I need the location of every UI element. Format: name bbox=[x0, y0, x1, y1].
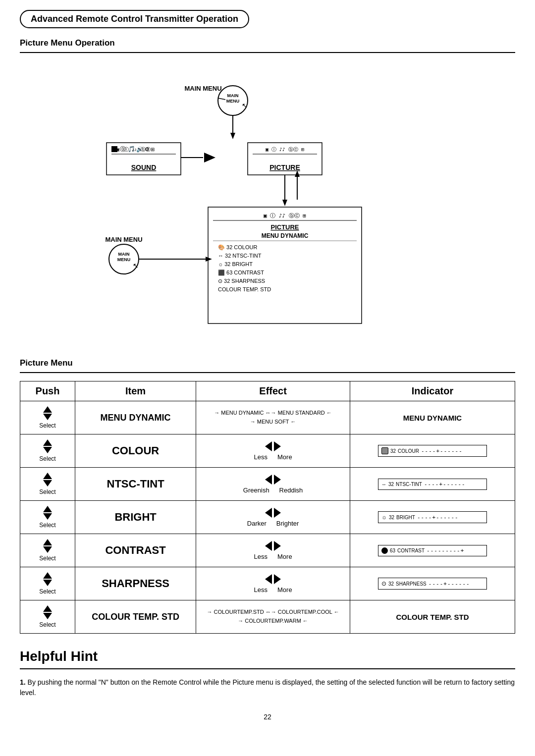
ind-bar: ---------+ bbox=[427, 547, 464, 554]
indicator-cell-colour-temp: COLOUR TEMP. STD bbox=[350, 600, 515, 634]
indicator-box: ↔ 32 NTSC-TINT ----+------ bbox=[378, 479, 487, 490]
indicator-cell-menu-dynamic: MENU DYNAMIC bbox=[350, 401, 515, 434]
effect-label-left: Less bbox=[254, 586, 268, 594]
effect-labels: Less More bbox=[202, 586, 344, 594]
effect-menu-text: → COLOURTEMP.STD ↔→ COLOURTEMP.COOL ← → … bbox=[202, 608, 344, 625]
helpful-hint-section: Helpful Hint 1. By pushing the normal "N… bbox=[20, 648, 515, 698]
push-arrows bbox=[26, 506, 69, 520]
svg-text:↖: ↖ bbox=[133, 262, 139, 270]
down-arrow-icon bbox=[43, 546, 52, 553]
indicator-cell-sharpness: ⊙ 32 SHARPNESS ----+------ bbox=[350, 567, 515, 600]
down-arrow-icon bbox=[43, 613, 52, 619]
effect-cell-colour-temp: → COLOURTEMP.STD ↔→ COLOURTEMP.COOL ← → … bbox=[196, 600, 350, 634]
up-arrow-icon bbox=[43, 406, 52, 413]
push-select-label: Select bbox=[26, 422, 69, 429]
svg-text:MENU: MENU bbox=[117, 257, 131, 262]
svg-text:PICTURE: PICTURE bbox=[269, 163, 300, 171]
svg-marker-29 bbox=[204, 153, 215, 162]
effect-labels: Darker Brighter bbox=[202, 520, 344, 527]
svg-text:MAIN: MAIN bbox=[227, 93, 239, 98]
effect-right-arrow-icon bbox=[274, 475, 281, 485]
effect-line2: → MENU SOFT ← bbox=[250, 419, 296, 425]
svg-text:MENU: MENU bbox=[226, 99, 240, 104]
item-cell-ntsc: NTSC-TINT bbox=[75, 468, 196, 501]
up-arrow-icon bbox=[43, 473, 52, 479]
svg-text:MAIN MENU: MAIN MENU bbox=[105, 236, 142, 243]
effect-right-arrow-icon bbox=[274, 508, 281, 518]
table-row: Select COLOUR Less More 32 bbox=[20, 434, 515, 468]
svg-text:MAIN MENU: MAIN MENU bbox=[184, 85, 221, 92]
ind-name: COLOUR bbox=[398, 448, 419, 454]
indicator-row: ⊙ 32 SHARPNESS ----+------ bbox=[356, 578, 509, 590]
th-indicator: Indicator bbox=[350, 381, 515, 401]
effect-arrows bbox=[202, 541, 344, 551]
effect-cell-sharpness: Less More bbox=[196, 567, 350, 600]
ind-icon-contrast bbox=[381, 547, 388, 554]
item-cell-contrast: CONTRAST bbox=[75, 534, 196, 567]
push-arrows bbox=[26, 406, 69, 420]
indicator-cell-bright: ☼ 32 BRIGHT ----+------ bbox=[350, 501, 515, 534]
svg-marker-31 bbox=[282, 200, 287, 206]
indicator-cell-contrast: 63 CONTRAST ---------+ bbox=[350, 534, 515, 567]
svg-marker-7 bbox=[230, 133, 235, 139]
hint-content: By pushing the normal "N" button on the … bbox=[20, 678, 515, 697]
page-title: Advanced Remote Control Transmitter Oper… bbox=[20, 10, 249, 28]
ind-value: 32 bbox=[388, 482, 394, 487]
effect-cell-colour: Less More bbox=[196, 434, 350, 468]
svg-text:⬛ 63 CONTRAST: ⬛ 63 CONTRAST bbox=[218, 269, 264, 276]
indicator-box: ⊙ 32 SHARPNESS ----+------ bbox=[378, 578, 487, 590]
svg-text:↔ 32 NTSC-TINT: ↔ 32 NTSC-TINT bbox=[218, 253, 262, 259]
up-arrow-icon bbox=[43, 572, 52, 579]
push-select-label: Select bbox=[26, 588, 69, 595]
divider1 bbox=[20, 52, 515, 53]
effect-arrows bbox=[202, 574, 344, 584]
svg-text:▣ Ⓘ ♪♪ ⓑⓒ ⊞: ▣ Ⓘ ♪♪ ⓑⓒ ⊞ bbox=[266, 147, 304, 152]
down-arrow-icon bbox=[43, 447, 52, 453]
push-select-label: Select bbox=[26, 555, 69, 562]
indicator-row: ↔ 32 NTSC-TINT ----+------ bbox=[356, 479, 509, 490]
ind-bar: ----+------ bbox=[424, 481, 466, 487]
ind-value: 63 bbox=[390, 548, 395, 553]
push-arrows bbox=[26, 539, 69, 553]
effect-left-arrow-icon bbox=[265, 441, 272, 451]
push-select-label: Select bbox=[26, 621, 69, 628]
effect-label-right: More bbox=[277, 586, 292, 594]
ind-bar: ----+------ bbox=[417, 514, 459, 521]
effect-label-right: Brighter bbox=[276, 520, 299, 527]
table-row: Select SHARPNESS Less More ⊙ bbox=[20, 567, 515, 600]
table-row: Select NTSC-TINT Greenish Reddish ↔ bbox=[20, 468, 515, 501]
item-text: MENU DYNAMIC bbox=[81, 413, 190, 423]
effect-arrows bbox=[202, 475, 344, 485]
effect-left-arrow-icon bbox=[265, 475, 272, 485]
svg-text:⊞: ⊞ bbox=[151, 147, 155, 152]
divider2 bbox=[20, 372, 515, 373]
push-arrows bbox=[26, 439, 69, 453]
up-arrow-icon bbox=[43, 439, 52, 446]
down-arrow-icon bbox=[43, 513, 52, 520]
item-cell-bright: BRIGHT bbox=[75, 501, 196, 534]
item-cell-colour-temp: COLOUR TEMP. STD bbox=[75, 600, 196, 634]
ind-value: 32 bbox=[390, 448, 396, 454]
picture-menu-table: Push Item Effect Indicator Select MENU D… bbox=[20, 381, 515, 634]
item-text: COLOUR TEMP. STD bbox=[81, 612, 190, 622]
svg-text:☼ 32 BRIGHT: ☼ 32 BRIGHT bbox=[218, 261, 253, 267]
item-cell-colour: COLOUR bbox=[75, 434, 196, 468]
effect-left-arrow-icon bbox=[265, 574, 272, 584]
ind-value: 32 bbox=[389, 515, 394, 520]
push-arrows bbox=[26, 605, 69, 619]
push-cell: Select bbox=[20, 401, 75, 434]
table-row: Select BRIGHT Darker Brighter ☼ bbox=[20, 501, 515, 534]
effect-cell-contrast: Less More bbox=[196, 534, 350, 567]
up-arrow-icon bbox=[43, 605, 52, 612]
ind-bar: ----+------ bbox=[428, 581, 470, 587]
svg-text:▣ Ⓘ ♪♪ ⓑⓒ ⊞: ▣ Ⓘ ♪♪ ⓑⓒ ⊞ bbox=[264, 213, 306, 219]
svg-text:↖: ↖ bbox=[242, 102, 248, 109]
item-text: SHARPNESS bbox=[81, 577, 190, 590]
effect-labels: Less More bbox=[202, 553, 344, 560]
ind-name: SHARPNESS bbox=[396, 581, 427, 587]
effect-label-left: Less bbox=[254, 453, 268, 461]
ind-icon-colour bbox=[381, 447, 388, 454]
diagram-svg: MAIN MENU ↖ MAIN MENU ⓪ 🎵 🔊 ⚙ SOUND ▣ Ⓘ … bbox=[20, 61, 515, 348]
svg-text:MENU DYNAMIC: MENU DYNAMIC bbox=[262, 232, 309, 239]
diagram-area: MAIN MENU ↖ MAIN MENU ⓪ 🎵 🔊 ⚙ SOUND ▣ Ⓘ … bbox=[20, 61, 515, 348]
